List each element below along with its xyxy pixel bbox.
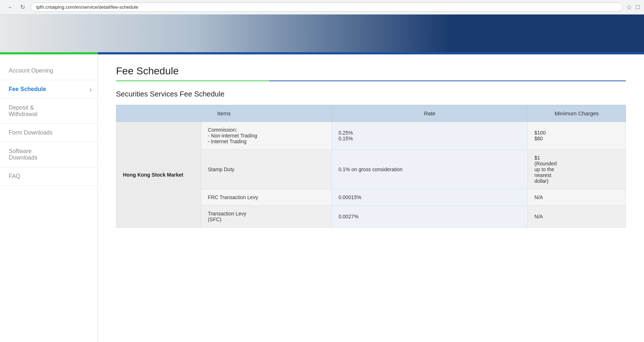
page-title: Fee Schedule [116,65,626,77]
rate-commission: 0.25%0.15% [332,122,528,150]
sidebar-item-faq[interactable]: FAQ [0,167,98,186]
banner-blue-bar [98,52,644,54]
row-header-hk-stock: Hong Kong Stock Market [116,122,201,228]
sidebar-item-deposit-withdrawal[interactable]: Deposit &Withdrawal [0,99,98,124]
header-rate: Rate [332,105,528,122]
min-charges-stamp-duty: $1(Roundedup to thenearestdollar) [528,150,626,189]
sidebar: Account Opening Fee Schedule Deposit &Wi… [0,54,98,342]
main-layout: Account Opening Fee Schedule Deposit &Wi… [0,54,644,342]
browser-chrome: → ↻ ☆ □ [0,0,644,15]
address-bar[interactable] [31,3,623,12]
header-items: Items [116,105,332,122]
header-minimum-charges: Minimum Charges [528,105,626,122]
sidebar-item-form-downloads[interactable]: Form Downloads [0,124,98,142]
fee-table: Items Rate Minimum Charges Hong Kong Sto… [116,105,626,228]
refresh-button[interactable]: ↻ [18,3,27,11]
bookmark-icon[interactable]: ☆ [626,3,632,11]
back-button[interactable]: → [4,3,15,11]
sidebar-item-account-opening[interactable]: Account Opening [0,62,98,80]
content-area: Fee Schedule Securities Services Fee Sch… [98,54,644,342]
table-row: Hong Kong Stock Market Commission:- Non-… [116,122,626,150]
extension-icon[interactable]: □ [636,3,640,11]
min-charges-transaction-levy-sfc: N/A [528,206,626,228]
rate-stamp-duty: 0.1% on gross consideration [332,150,528,189]
section-title: Securities Services Fee Schedule [116,90,626,98]
min-charges-frc-levy: N/A [528,189,626,206]
item-stamp-duty: Stamp Duty [201,150,332,189]
title-divider [116,81,626,81]
sidebar-item-fee-schedule[interactable]: Fee Schedule [0,80,98,99]
header-banner [0,15,644,54]
min-charges-commission: $100$80 [528,122,626,150]
rate-transaction-levy-sfc: 0.0027% [332,206,528,228]
item-transaction-levy-sfc: Transaction Levy(SFC) [201,206,332,228]
sidebar-item-software-downloads[interactable]: SoftwareDownloads [0,142,98,167]
rate-frc-levy: 0.00015% [332,189,528,206]
item-commission: Commission:- Non-internet Trading- Inter… [201,122,332,150]
item-frc-levy: FRC Transaction Levy [201,189,332,206]
